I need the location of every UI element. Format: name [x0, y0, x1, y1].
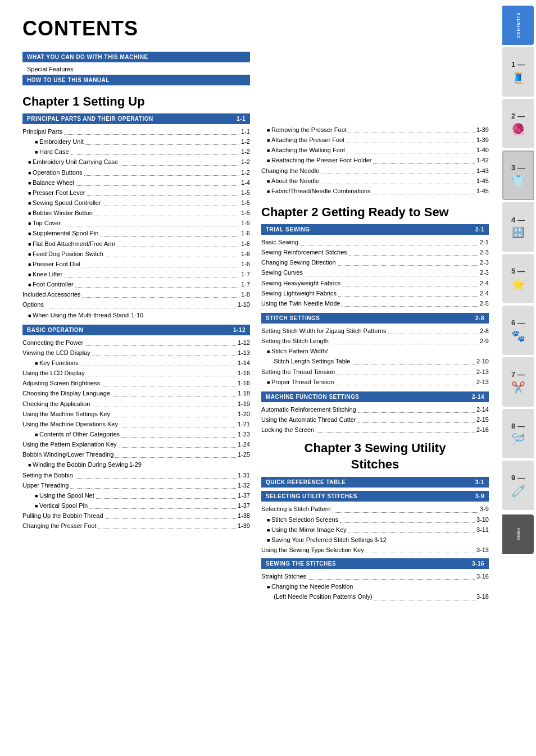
tab-chapter1[interactable]: 1 — 🧵	[502, 47, 534, 97]
machine-function-entries: Automatic Reinforcement Stitching 2-14 U…	[261, 404, 489, 435]
toc-item: Supplemental Spool Pin 1-6	[22, 228, 250, 238]
toc-item: Sewing Curves 2-3	[261, 267, 489, 277]
toc-item: Stitch Selection Screens 3-10	[261, 514, 489, 525]
tab-chapter2[interactable]: 2 — 🧶	[502, 99, 534, 148]
toc-item: Presser Foot Lever 1-5	[22, 188, 250, 198]
toc-item: Fabric/Thread/Needle Combinations 1-45	[261, 186, 489, 196]
toc-item: Embroidery Unit Carrying Case 1-2	[22, 157, 250, 167]
trial-sewing-header: TRIAL SEWING 2-1	[261, 224, 489, 235]
toc-item: Flat Bed Attachment/Free Arm 1-6	[22, 239, 250, 249]
toc-item: Using the Pattern Explanation Key 1-24	[22, 439, 250, 449]
toc-item: About the Needle 1-45	[261, 176, 489, 186]
toc-item: Knee Lifter 1-7	[22, 269, 250, 279]
main-content: CONTENTS WHAT YOU CAN DO WITH THIS MACHI…	[0, 0, 500, 756]
what-you-can-do-header: WHAT YOU CAN DO WITH THIS MACHINE	[22, 52, 250, 62]
tab-chapter7-num: 7 —	[511, 370, 525, 379]
toc-item: Sewing Reinforcement Stitches 2-3	[261, 247, 489, 257]
toc-item: Using the Twin Needle Mode 2-5	[261, 298, 489, 308]
toc-item: Balance Wheel 1-4	[22, 177, 250, 188]
toc-item: Vertical Spool Pin 1-37	[22, 500, 250, 511]
toc-item: Using the LCD Display 1-16	[22, 368, 250, 378]
tab-chapter5-icon: ⭐	[511, 277, 525, 291]
toc-item: Changing the Needle 1-43	[261, 166, 489, 176]
stitch-settings-entries: Setting Stitch Width for Zigzag Stitch P…	[261, 326, 489, 387]
tab-contents[interactable]: CONTENTS	[502, 6, 534, 45]
principal-parts-header: PRINCIPAL PARTS AND THEIR OPERATION 1-1	[22, 113, 250, 124]
toc-item: Using the Mirror Image Key 3-11	[261, 525, 489, 535]
tab-chapter4[interactable]: 4 — 🔡	[502, 202, 534, 252]
toc-item: Presser Foot Dial 1-6	[22, 259, 250, 269]
toc-item: Key Functions 1-14	[22, 358, 250, 368]
toc-item: Changing Sewing Direction 2-3	[261, 257, 489, 267]
toc-item: Stitch Pattern Width/ Stitch Length Sett…	[261, 346, 489, 366]
toc-item: Sewing Heavyweight Fabrics 2-4	[261, 278, 489, 288]
toc-item: Using the Spool Net 1-37	[22, 490, 250, 500]
tab-chapter8[interactable]: 8 — 🪡	[502, 409, 534, 458]
toc-item: Automatic Reinforcement Stitching 2-14	[261, 404, 489, 415]
toc-item: Feed Dog Position Switch 1-6	[22, 249, 250, 259]
toc-item: Using the Automatic Thread Cutter 2-15	[261, 415, 489, 425]
toc-item: Using the Machine Operations Key 1-21	[22, 419, 250, 429]
toc-item: When Using the Multi-thread Stand 1-10	[22, 310, 250, 320]
toc-item: Saving Your Preferred Stitch Settings 3-…	[261, 535, 489, 545]
toc-item: Options 1-10	[22, 299, 250, 309]
sewing-stitches-header: SEWING THE STITCHES 3-16	[261, 558, 489, 569]
tab-chapter2-num: 2 —	[511, 112, 525, 120]
chapter3-heading: Chapter 3 Sewing UtilityStitches	[261, 440, 489, 472]
toc-item: Viewing the LCD Display 1-13	[22, 348, 250, 358]
toc-item: Bobbin Winder Button 1-5	[22, 208, 250, 218]
toc-item: Top Cover 1-5	[22, 218, 250, 228]
tab-chapter3[interactable]: 3 — 👕	[502, 151, 534, 200]
tab-chapter8-icon: 🪡	[511, 432, 525, 446]
page-container: CONTENTS WHAT YOU CAN DO WITH THIS MACHI…	[0, 0, 536, 756]
tab-chapter6-num: 6 —	[511, 318, 525, 327]
right-column: Removing the Presser Foot 1-39 Attaching…	[261, 52, 489, 602]
tab-chapter4-icon: 🔡	[512, 226, 524, 239]
toc-item: Connecting the Power 1-12	[22, 338, 250, 348]
toc-item: Operation Buttons 1-2	[22, 167, 250, 177]
tab-chapter6-icon: 🐾	[511, 329, 525, 343]
tab-chapter7[interactable]: 7 — ✂️	[502, 357, 534, 407]
sewing-stitches-entries: Straight Stitches 3-16 Changing the Need…	[261, 571, 489, 602]
toc-item: Locking the Screen 2-16	[261, 425, 489, 435]
toc-item: Reattaching the Presser Foot Holder 1-42	[261, 155, 489, 165]
toc-item: Attaching the Presser Foot 1-39	[261, 135, 489, 145]
quick-reference-header: QUICK REFERENCE TABLE 3-1	[261, 477, 489, 488]
machine-function-header: MACHINE FUNCTION SETTINGS 2-14	[261, 391, 489, 402]
toc-item: Using the Machine Settings Key 1-20	[22, 409, 250, 419]
tab-chapter4-num: 4 —	[511, 216, 525, 224]
tab-chapter5[interactable]: 5 — ⭐	[502, 254, 534, 303]
toc-item: Upper Threading 1-32	[22, 480, 250, 490]
toc-item: Attaching the Walking Foot 1-40	[261, 145, 489, 155]
toc-item: Using the Sewing Type Selection Key 3-13	[261, 545, 489, 555]
principal-parts-entries: Principal Parts 1-1 Embroidery Unit 1-2 …	[22, 126, 250, 320]
toc-item: Proper Thread Tension 2-13	[261, 377, 489, 387]
tab-chapter1-icon: 🧵	[511, 71, 525, 84]
toc-item: Principal Parts 1-1	[22, 126, 250, 136]
toc-item: Bobbin Winding/Lower Threading 1-25	[22, 449, 250, 459]
how-to-use-header: HOW TO USE THIS MANUAL	[22, 75, 250, 85]
toc-item: Foot Controller 1-7	[22, 279, 250, 289]
toc-item: Setting the Bobbin 1-31	[22, 470, 250, 480]
toc-item: Included Accessories 1-8	[22, 289, 250, 299]
basic-operation-entries: Connecting the Power 1-12 Viewing the LC…	[22, 338, 250, 531]
tab-chapter6[interactable]: 6 — 🐾	[502, 306, 534, 355]
toc-item: Setting the Thread Tension 2-13	[261, 367, 489, 377]
right-tabs: CONTENTS 1 — 🧵 2 — 🧶 3 — 👕 4 — 🔡 5 — ⭐	[500, 0, 536, 756]
two-column-layout: WHAT YOU CAN DO WITH THIS MACHINE Specia…	[22, 52, 489, 602]
left-column: WHAT YOU CAN DO WITH THIS MACHINE Specia…	[22, 52, 250, 602]
toc-item: Setting the Stitch Length 2-9	[261, 336, 489, 346]
presser-foot-entries: Removing the Presser Foot 1-39 Attaching…	[261, 125, 489, 196]
tab-chapter3-icon: 👕	[511, 174, 525, 188]
tab-chapter9-num: 9 —	[511, 473, 525, 482]
tab-chapter9-icon: 🧷	[511, 484, 525, 498]
tab-chapter1-num: 1 —	[511, 60, 525, 69]
toc-item: Hard Case 1-2	[22, 147, 250, 157]
page-title: CONTENTS	[22, 17, 489, 40]
tab-chapter9[interactable]: 9 — 🧷	[502, 461, 534, 510]
toc-item: Embroidery Unit 1-2	[22, 136, 250, 147]
toc-item: Changing the Needle Position (Left Needl…	[261, 581, 489, 602]
toc-item: Basic Sewing 2-1	[261, 237, 489, 247]
tab-index[interactable]: Index	[502, 514, 534, 554]
special-features-label: Special Features	[22, 65, 250, 75]
